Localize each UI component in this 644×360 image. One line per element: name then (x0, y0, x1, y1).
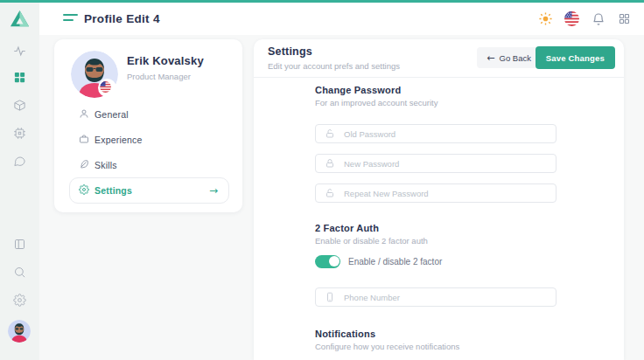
sidebar-item-settings-icon[interactable] (0, 294, 39, 307)
notifications-title: Notifications (315, 329, 375, 339)
menu-toggle-icon[interactable] (63, 14, 78, 21)
profile-menu-general[interactable]: General (54, 101, 242, 127)
notifications-subtitle: Configure how you receive notifications (315, 342, 459, 351)
sidebar-item-package-icon[interactable] (0, 99, 39, 112)
header-actions (538, 3, 632, 35)
phone-number-input[interactable] (342, 292, 521, 303)
settings-title: Settings (268, 45, 312, 58)
profile-menu-label: Experience (94, 135, 143, 145)
sidebar-item-layout-icon[interactable] (0, 238, 39, 251)
change-password-title: Change Password (315, 85, 401, 95)
profile-avatar (71, 51, 118, 98)
two-factor-subtitle: Enable or disable 2 factor auth (315, 236, 428, 246)
sidebar-item-dashboard-icon[interactable] (0, 71, 39, 84)
repeat-password-field[interactable] (315, 183, 556, 203)
sidebar (0, 3, 39, 360)
sidebar-item-activity-icon[interactable] (0, 45, 39, 58)
go-back-label: Go Back (500, 53, 531, 63)
gear-icon (79, 183, 89, 198)
unlock-icon (325, 128, 335, 139)
repeat-password-input[interactable] (342, 188, 521, 199)
profile-name: Erik Kovalsky (127, 54, 204, 67)
sidebar-item-chat-icon[interactable] (0, 155, 39, 168)
profile-country-flag-icon (98, 79, 116, 97)
two-factor-toggle-row: Enable / disable 2 factor (315, 254, 442, 268)
two-factor-toggle-label: Enable / disable 2 factor (348, 257, 442, 267)
save-changes-button[interactable]: Save Changes (536, 46, 615, 69)
old-password-field[interactable] (315, 124, 556, 143)
briefcase-icon (79, 132, 89, 148)
page-title: Profile Edit 4 (84, 12, 160, 25)
language-us-flag-icon[interactable] (564, 11, 579, 26)
old-password-input[interactable] (342, 128, 521, 140)
settings-panel: Settings Edit your account prefs and set… (254, 39, 624, 360)
sidebar-item-search-icon[interactable] (0, 266, 39, 279)
app-logo-icon[interactable] (10, 9, 30, 29)
profile-menu-experience[interactable]: Experience (54, 127, 242, 152)
sidebar-user-avatar[interactable] (8, 320, 31, 343)
toggle-knob (329, 256, 340, 267)
two-factor-title: 2 Factor Auth (315, 223, 379, 233)
smartphone-icon (325, 292, 335, 302)
arrow-left-icon: ← (486, 52, 494, 64)
go-back-button[interactable]: ← Go Back (477, 47, 541, 68)
profile-menu-label: Skills (94, 160, 117, 170)
lock-icon (325, 158, 335, 169)
top-header: Profile Edit 4 (39, 3, 644, 35)
profile-menu-label: Settings (94, 185, 132, 196)
change-password-subtitle: For an improved account security (315, 98, 438, 107)
profile-menu-label: General (94, 109, 129, 120)
profile-role: Product Manager (127, 72, 191, 81)
app-window: Profile Edit 4 (0, 0, 644, 360)
profile-menu-skills[interactable]: Skills (54, 152, 242, 177)
feather-icon (79, 157, 89, 173)
new-password-field[interactable] (315, 154, 556, 173)
top-accent-bar (0, 0, 644, 3)
user-icon (79, 107, 89, 122)
theme-sun-icon[interactable] (538, 11, 553, 26)
settings-panel-header: Settings Edit your account prefs and set… (254, 39, 624, 78)
settings-subtitle: Edit your account prefs and settings (268, 61, 400, 71)
profile-card: Erik Kovalsky Product Manager General Ex… (54, 39, 242, 212)
unlock-icon (325, 188, 335, 198)
phone-number-field[interactable] (315, 287, 556, 307)
sidebar-item-cpu-icon[interactable] (0, 127, 39, 140)
arrow-right-icon: → (209, 184, 218, 197)
apps-grid-icon[interactable] (617, 11, 632, 26)
profile-menu-settings[interactable]: Settings → (69, 177, 229, 204)
notifications-bell-icon[interactable] (591, 11, 606, 26)
new-password-input[interactable] (342, 158, 521, 170)
two-factor-toggle[interactable] (315, 255, 340, 268)
